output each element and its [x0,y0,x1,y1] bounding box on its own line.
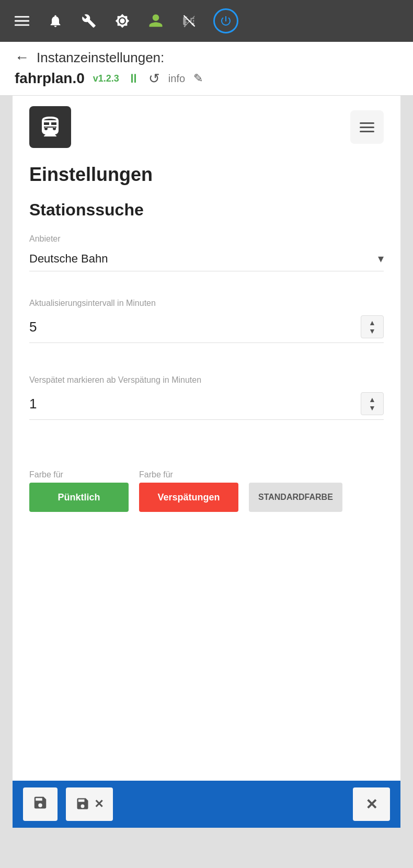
standardfarbe-button[interactable]: STANDARDFARBE [249,483,342,512]
save-close-save-icon [75,796,90,813]
svg-rect-0 [15,16,29,18]
wrench-icon[interactable] [79,12,98,30]
brightness-icon[interactable] [113,12,132,30]
power-icon[interactable] [213,8,238,33]
farbe-punktlich-button[interactable]: Pünktlich [29,483,129,512]
aktualisierung-value: 5 [29,319,37,335]
page-title: Instanzeinstellungen: [37,50,164,66]
anbieter-value: Deutsche Bahn [29,252,108,266]
save-close-button[interactable]: ✕ [66,787,113,821]
color-section: Farbe für Pünktlich Farbe für Verspätung… [29,470,384,512]
back-button[interactable]: ← [15,49,29,66]
person-icon[interactable] [146,12,165,30]
anbieter-field-group: Anbieter Deutsche Bahn ▾ [29,234,384,271]
settings-heading: Einstellungen [29,164,384,186]
bell-icon[interactable] [46,12,65,30]
save-icon [32,795,48,814]
version-badge: v1.2.3 [93,73,119,84]
verspaetet-field-group: Verspätet markieren ab Verspätung in Min… [29,374,384,420]
farbe-verspaetung-label: Farbe für [139,470,238,479]
color-punctual-field: Farbe für Pünktlich [29,470,129,512]
pause-icon[interactable]: ⏸ [128,71,140,86]
refresh-icon[interactable]: ↺ [148,71,160,87]
instance-name: fahrplan.0 [15,70,85,87]
anbieter-label: Anbieter [29,234,384,244]
main-card: Einstellungen Stationssuche Anbieter Deu… [13,96,400,828]
save-close-x-icon: ✕ [94,797,104,811]
aktualisierung-stepper[interactable]: ▲ ▼ [361,315,384,338]
svg-rect-2 [15,24,29,26]
farbe-punktlich-label: Farbe für [29,470,129,479]
verspaetet-stepper[interactable]: ▲ ▼ [361,392,384,415]
stationssuche-heading: Stationssuche [29,200,384,220]
train-icon [29,106,71,148]
top-bar [0,0,413,42]
close-x-icon: ✕ [365,796,377,813]
no-signal-icon [180,12,199,30]
bottom-action-bar: ✕ ✕ [13,781,400,828]
aktualisierung-field-group: Aktualisierungsintervall in Minuten 5 ▲ … [29,299,384,343]
aktualisierung-number-row: 5 ▲ ▼ [29,311,384,343]
menu-icon[interactable] [13,12,31,30]
edit-icon[interactable]: ✎ [193,72,203,85]
farbe-verspaetung-button[interactable]: Verspätungen [139,483,238,512]
color-delay-field: Farbe für Verspätungen [139,470,238,512]
verspaetet-number-row: 1 ▲ ▼ [29,388,384,420]
chevron-down-icon: ▾ [378,252,384,266]
close-button[interactable]: ✕ [353,787,390,821]
verspaetet-value: 1 [29,396,37,412]
card-header [29,106,384,148]
top-bar-icons [13,8,238,33]
info-label[interactable]: info [168,73,185,85]
sub-header: ← Instanzeinstellungen: fahrplan.0 v1.2.… [0,42,413,96]
save-button[interactable] [23,787,58,821]
anbieter-select[interactable]: Deutsche Bahn ▾ [29,247,384,271]
aktualisierung-label: Aktualisierungsintervall in Minuten [29,299,384,308]
hamburger-button[interactable] [350,110,384,144]
svg-rect-1 [15,20,29,22]
verspaetet-label: Verspätet markieren ab Verspätung in Min… [29,374,384,386]
